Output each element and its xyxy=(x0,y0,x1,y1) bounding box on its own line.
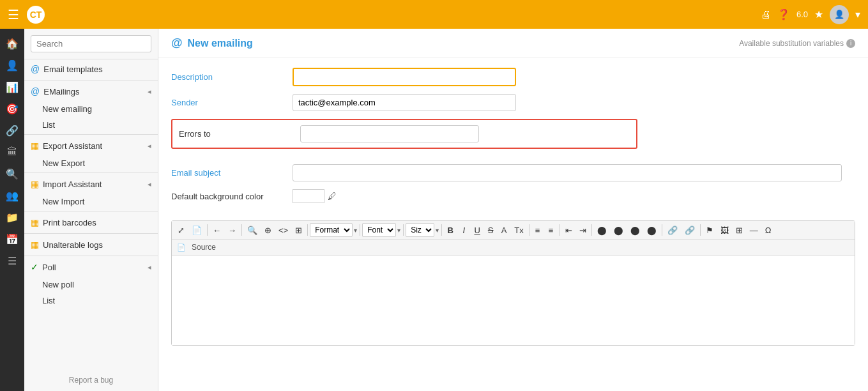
export-assistant-icon: ▦ xyxy=(31,141,39,151)
toolbar-font-color-btn[interactable]: A xyxy=(498,223,510,237)
editor-body[interactable] xyxy=(172,256,855,345)
toolbar-image-btn[interactable]: 🖼 xyxy=(717,223,732,237)
toolbar-flag-btn[interactable]: ⚑ xyxy=(703,223,717,237)
print-icon[interactable]: 🖨 xyxy=(761,9,771,20)
description-input[interactable] xyxy=(293,68,516,86)
sidebar-item-print-barcodes[interactable]: ▦ Print barcodes xyxy=(24,213,158,232)
rail-building-icon[interactable]: 🏛 xyxy=(3,142,22,162)
toolbar-indent-btn[interactable]: ⇤ xyxy=(562,223,575,237)
print-barcodes-icon: ▦ xyxy=(31,217,39,227)
star-icon[interactable]: ★ xyxy=(814,8,823,20)
email-subject-label: Email subject xyxy=(171,168,286,178)
sidebar-item-label: Import Assistant xyxy=(43,180,102,189)
toolbar-code-btn[interactable]: <> xyxy=(275,223,291,237)
user-chevron-icon[interactable]: ▾ xyxy=(855,8,860,20)
format-select[interactable]: Format xyxy=(310,223,353,237)
rail-search-icon[interactable]: 🔍 xyxy=(3,164,22,183)
sidebar-item-export-assistant[interactable]: ▦ Export Assistant ◂ xyxy=(24,136,158,155)
report-bug-button[interactable]: Report a bug xyxy=(24,369,158,391)
toolbar-link-btn[interactable]: 🔗 xyxy=(664,223,681,237)
toolbar-align-left-btn[interactable]: ⬤ xyxy=(594,223,610,237)
toolbar-redo-btn[interactable]: → xyxy=(225,223,240,237)
page-title: New emailing xyxy=(188,38,253,49)
export-chevron-icon: ◂ xyxy=(148,142,151,150)
sidebar-item-label: Poll xyxy=(42,263,56,272)
toolbar-align-right-btn[interactable]: ⬤ xyxy=(627,223,643,237)
toolbar-hr-btn[interactable]: — xyxy=(747,223,761,237)
sender-input[interactable] xyxy=(293,94,516,111)
sidebar-item-list2[interactable]: List xyxy=(24,293,158,309)
sidebar: @ Email templates @ EMailings ◂ New emai… xyxy=(24,29,158,391)
email-subject-input[interactable] xyxy=(293,164,842,181)
rail-home-icon[interactable]: 🏠 xyxy=(3,34,22,53)
app-logo: CT xyxy=(27,6,45,24)
toolbar-ol-btn[interactable]: ≡ xyxy=(531,223,544,237)
sidebar-item-emailings[interactable]: @ EMailings ◂ xyxy=(24,82,158,101)
search-input[interactable] xyxy=(31,35,151,52)
form-area: Description Sender Errors to Email subje… xyxy=(158,58,868,220)
sidebar-item-new-import[interactable]: New Import xyxy=(24,194,158,210)
sidebar-item-label: Export Assistant xyxy=(43,141,102,151)
toolbar-plus-btn[interactable]: ⊕ xyxy=(261,223,275,237)
toolbar-ul-btn[interactable]: ≡ xyxy=(545,223,558,237)
toolbar-doc-btn[interactable]: 📄 xyxy=(188,223,205,237)
page-title-area: @ New emailing xyxy=(171,36,253,50)
toolbar-unlink-btn[interactable]: 🔗 xyxy=(681,223,698,237)
description-row: Description xyxy=(171,68,855,86)
editor-toolbar: ⤢ 📄 ← → 🔍 ⊕ <> ⊞ Format ▾ xyxy=(172,221,855,240)
source-bar: 📄 Source xyxy=(172,240,855,256)
help-icon[interactable]: ❓ xyxy=(777,8,790,20)
errors-to-input[interactable] xyxy=(300,125,479,142)
toolbar-table-btn[interactable]: ⊞ xyxy=(733,223,746,237)
toolbar-outdent-btn[interactable]: ⇥ xyxy=(576,223,590,237)
rail-folder-icon[interactable]: 📁 xyxy=(3,208,22,227)
substitution-vars-label[interactable]: Available substitution variables i xyxy=(739,39,855,48)
sidebar-item-poll[interactable]: ✓ Poll ◂ xyxy=(24,257,158,277)
sidebar-nav: @ Email templates @ EMailings ◂ New emai… xyxy=(24,59,158,309)
page-at-icon: @ xyxy=(171,36,183,50)
color-picker-icon[interactable]: 🖊 xyxy=(328,191,337,201)
import-assistant-icon: ▦ xyxy=(31,179,39,189)
sidebar-item-list[interactable]: List xyxy=(24,117,158,133)
font-select[interactable]: Font xyxy=(362,223,396,237)
toolbar-strike-btn[interactable]: S xyxy=(484,223,497,237)
toolbar-underline-btn[interactable]: U xyxy=(471,223,483,237)
toolbar-remove-format-btn[interactable]: Tx xyxy=(511,223,526,237)
rail-user-icon[interactable]: 👤 xyxy=(3,56,22,75)
toolbar-expand-btn[interactable]: ⤢ xyxy=(174,223,188,237)
rail-menu-icon[interactable]: ☰ xyxy=(3,251,22,270)
sidebar-item-label: Print barcodes xyxy=(43,218,96,227)
toolbar-undo-btn[interactable]: ← xyxy=(209,223,224,237)
email-templates-icon: @ xyxy=(31,64,40,74)
toolbar-search-btn[interactable]: 🔍 xyxy=(244,223,261,237)
info-icon: i xyxy=(846,39,855,48)
size-select[interactable]: Size xyxy=(406,223,434,237)
sidebar-item-new-export[interactable]: New Export xyxy=(24,155,158,171)
toolbar-special-char-btn[interactable]: Ω xyxy=(762,223,775,237)
toolbar-bold-btn[interactable]: B xyxy=(444,223,457,237)
sidebar-item-import-assistant[interactable]: ▦ Import Assistant ◂ xyxy=(24,174,158,194)
errors-to-row: Errors to xyxy=(171,119,637,149)
sidebar-item-new-emailing[interactable]: New emailing xyxy=(24,101,158,117)
bg-color-row: Default background color 🖊 xyxy=(171,189,855,203)
toolbar-justify-btn[interactable]: ⬤ xyxy=(644,223,660,237)
source-button[interactable]: Source xyxy=(189,241,218,253)
content-header: @ New emailing Available substitution va… xyxy=(158,29,868,58)
toolbar-grid-btn[interactable]: ⊞ xyxy=(292,223,305,237)
user-avatar[interactable]: 👤 xyxy=(830,5,849,24)
sidebar-item-new-poll[interactable]: New poll xyxy=(24,277,158,293)
hamburger-menu-icon[interactable]: ☰ xyxy=(8,7,19,22)
toolbar-align-center-btn[interactable]: ⬤ xyxy=(611,223,627,237)
sender-label: Sender xyxy=(171,98,286,107)
toolbar-italic-btn[interactable]: I xyxy=(457,223,470,237)
rail-calendar-icon[interactable]: 📅 xyxy=(3,229,22,249)
rail-link-icon[interactable]: 🔗 xyxy=(3,121,22,140)
sidebar-item-unalterable-logs[interactable]: ▦ Unalterable logs xyxy=(24,235,158,254)
rail-chart-icon[interactable]: 📊 xyxy=(3,77,22,96)
color-box[interactable] xyxy=(293,189,324,203)
rail-target-icon[interactable]: 🎯 xyxy=(3,99,22,118)
icon-rail: 🏠 👤 📊 🎯 🔗 🏛 🔍 👥 📁 📅 ☰ xyxy=(0,29,24,391)
sidebar-item-email-templates[interactable]: @ Email templates xyxy=(24,59,158,79)
sender-row: Sender xyxy=(171,94,855,111)
rail-group-icon[interactable]: 👥 xyxy=(3,186,22,205)
